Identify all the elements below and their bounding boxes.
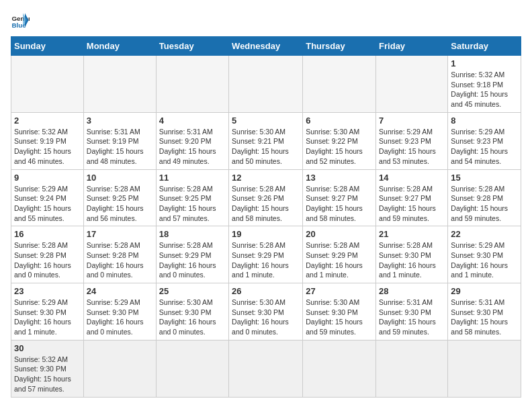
day-number: 23 [14,286,81,296]
day-info: Sunrise: 5:28 AM Sunset: 9:28 PM Dayligh… [87,240,153,280]
day-info: Sunrise: 5:28 AM Sunset: 9:29 PM Dayligh… [159,240,226,280]
day-info: Sunrise: 5:28 AM Sunset: 9:25 PM Dayligh… [87,184,153,224]
calendar-cell: 23Sunrise: 5:29 AM Sunset: 9:30 PM Dayli… [11,283,84,340]
calendar-cell [376,340,448,397]
calendar-body: 1Sunrise: 5:32 AM Sunset: 9:18 PM Daylig… [11,56,521,398]
calendar-cell: 3Sunrise: 5:31 AM Sunset: 9:19 PM Daylig… [83,112,156,169]
calendar-cell [303,340,376,397]
day-info: Sunrise: 5:28 AM Sunset: 9:28 PM Dayligh… [451,184,518,224]
calendar-week-row: 23Sunrise: 5:29 AM Sunset: 9:30 PM Dayli… [11,283,521,340]
day-info: Sunrise: 5:32 AM Sunset: 9:18 PM Dayligh… [451,70,518,109]
day-number: 6 [306,116,373,126]
day-number: 14 [379,173,445,183]
calendar-cell: 4Sunrise: 5:31 AM Sunset: 9:20 PM Daylig… [156,112,228,169]
calendar-cell [448,340,521,397]
day-info: Sunrise: 5:28 AM Sunset: 9:28 PM Dayligh… [14,240,81,280]
day-info: Sunrise: 5:30 AM Sunset: 9:22 PM Dayligh… [306,127,373,167]
calendar-cell: 2Sunrise: 5:32 AM Sunset: 9:19 PM Daylig… [11,112,84,169]
weekday-header: Saturday [448,37,521,56]
calendar-cell: 7Sunrise: 5:29 AM Sunset: 9:23 PM Daylig… [376,112,448,169]
calendar-cell: 29Sunrise: 5:31 AM Sunset: 9:30 PM Dayli… [448,283,521,340]
calendar-cell: 21Sunrise: 5:28 AM Sunset: 9:30 PM Dayli… [376,226,448,283]
page-header: General Blue [11,11,521,30]
calendar-header: SundayMondayTuesdayWednesdayThursdayFrid… [11,37,521,56]
calendar-cell [156,340,228,397]
calendar-cell: 20Sunrise: 5:28 AM Sunset: 9:29 PM Dayli… [303,226,376,283]
day-info: Sunrise: 5:28 AM Sunset: 9:27 PM Dayligh… [306,184,373,224]
weekday-header: Monday [83,37,156,56]
day-info: Sunrise: 5:28 AM Sunset: 9:27 PM Dayligh… [379,184,445,224]
calendar-cell: 25Sunrise: 5:30 AM Sunset: 9:30 PM Dayli… [156,283,228,340]
day-info: Sunrise: 5:29 AM Sunset: 9:24 PM Dayligh… [14,184,81,224]
calendar-cell: 22Sunrise: 5:29 AM Sunset: 9:30 PM Dayli… [448,226,521,283]
weekday-header: Sunday [11,37,84,56]
calendar-cell: 13Sunrise: 5:28 AM Sunset: 9:27 PM Dayli… [303,169,376,226]
calendar-cell [376,56,448,113]
weekday-header: Tuesday [156,37,228,56]
day-number: 10 [87,173,153,183]
calendar-cell [11,56,84,113]
day-info: Sunrise: 5:29 AM Sunset: 9:30 PM Dayligh… [451,240,518,280]
calendar-cell: 16Sunrise: 5:28 AM Sunset: 9:28 PM Dayli… [11,226,84,283]
day-info: Sunrise: 5:28 AM Sunset: 9:29 PM Dayligh… [232,240,300,280]
calendar-week-row: 9Sunrise: 5:29 AM Sunset: 9:24 PM Daylig… [11,169,521,226]
day-number: 13 [306,173,373,183]
calendar-cell [83,56,156,113]
day-info: Sunrise: 5:28 AM Sunset: 9:29 PM Dayligh… [306,240,373,280]
calendar-cell: 18Sunrise: 5:28 AM Sunset: 9:29 PM Dayli… [156,226,228,283]
day-number: 9 [14,173,81,183]
day-number: 27 [306,286,373,296]
day-info: Sunrise: 5:28 AM Sunset: 9:25 PM Dayligh… [159,184,226,224]
day-info: Sunrise: 5:31 AM Sunset: 9:19 PM Dayligh… [87,127,153,167]
day-number: 21 [379,229,445,239]
day-number: 17 [87,229,153,239]
day-number: 22 [451,229,518,239]
day-number: 3 [87,116,153,126]
day-info: Sunrise: 5:29 AM Sunset: 9:30 PM Dayligh… [87,298,153,337]
day-number: 25 [159,286,226,296]
day-number: 26 [232,286,300,296]
weekday-header: Friday [376,37,448,56]
calendar-cell: 30Sunrise: 5:32 AM Sunset: 9:30 PM Dayli… [11,340,84,397]
day-info: Sunrise: 5:31 AM Sunset: 9:20 PM Dayligh… [159,127,226,167]
day-number: 19 [232,229,300,239]
day-info: Sunrise: 5:31 AM Sunset: 9:30 PM Dayligh… [451,298,518,337]
day-info: Sunrise: 5:30 AM Sunset: 9:30 PM Dayligh… [232,298,300,337]
day-info: Sunrise: 5:32 AM Sunset: 9:30 PM Dayligh… [14,355,81,394]
calendar-cell: 14Sunrise: 5:28 AM Sunset: 9:27 PM Dayli… [376,169,448,226]
calendar-cell: 27Sunrise: 5:30 AM Sunset: 9:30 PM Dayli… [303,283,376,340]
calendar-cell: 1Sunrise: 5:32 AM Sunset: 9:18 PM Daylig… [448,56,521,113]
day-number: 30 [14,343,81,353]
calendar-cell [303,56,376,113]
calendar-cell: 28Sunrise: 5:31 AM Sunset: 9:30 PM Dayli… [376,283,448,340]
day-info: Sunrise: 5:30 AM Sunset: 9:30 PM Dayligh… [159,298,226,337]
day-number: 15 [451,173,518,183]
logo: General Blue [11,11,32,30]
day-number: 28 [379,286,445,296]
day-number: 12 [232,173,300,183]
day-number: 2 [14,116,81,126]
day-number: 4 [159,116,226,126]
day-number: 18 [159,229,226,239]
day-number: 20 [306,229,373,239]
calendar-cell [156,56,228,113]
day-info: Sunrise: 5:31 AM Sunset: 9:30 PM Dayligh… [379,298,445,337]
day-number: 7 [379,116,445,126]
day-info: Sunrise: 5:29 AM Sunset: 9:30 PM Dayligh… [14,298,81,337]
day-number: 11 [159,173,226,183]
calendar-week-row: 1Sunrise: 5:32 AM Sunset: 9:18 PM Daylig… [11,56,521,113]
day-info: Sunrise: 5:29 AM Sunset: 9:23 PM Dayligh… [379,127,445,167]
calendar-cell: 12Sunrise: 5:28 AM Sunset: 9:26 PM Dayli… [229,169,303,226]
calendar-cell [229,56,303,113]
weekday-row: SundayMondayTuesdayWednesdayThursdayFrid… [11,37,521,56]
day-info: Sunrise: 5:28 AM Sunset: 9:26 PM Dayligh… [232,184,300,224]
calendar-cell: 19Sunrise: 5:28 AM Sunset: 9:29 PM Dayli… [229,226,303,283]
calendar-cell: 5Sunrise: 5:30 AM Sunset: 9:21 PM Daylig… [229,112,303,169]
day-number: 24 [87,286,153,296]
calendar-cell: 8Sunrise: 5:29 AM Sunset: 9:23 PM Daylig… [448,112,521,169]
day-info: Sunrise: 5:32 AM Sunset: 9:19 PM Dayligh… [14,127,81,167]
calendar-table: SundayMondayTuesdayWednesdayThursdayFrid… [11,36,521,398]
day-number: 1 [451,58,518,68]
day-info: Sunrise: 5:30 AM Sunset: 9:21 PM Dayligh… [232,127,300,167]
calendar-week-row: 16Sunrise: 5:28 AM Sunset: 9:28 PM Dayli… [11,226,521,283]
